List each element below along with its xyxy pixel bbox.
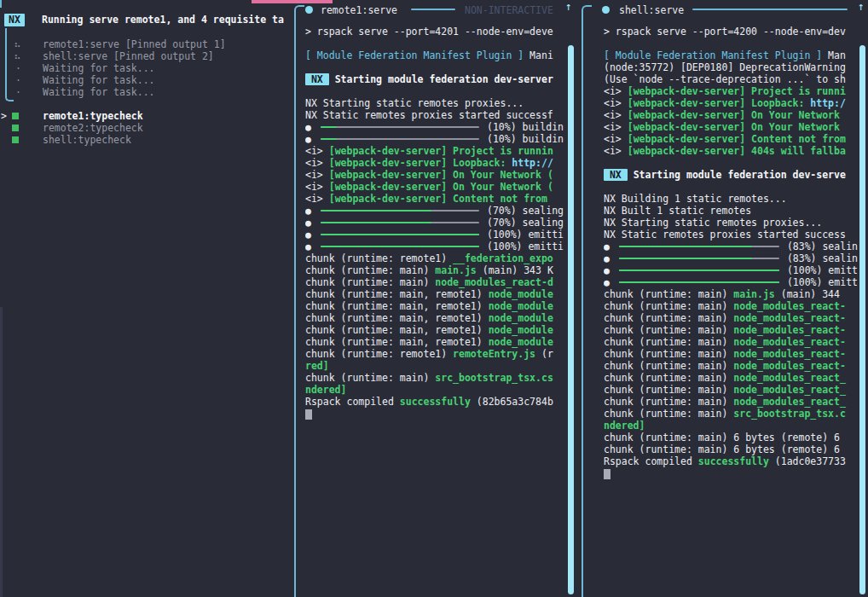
task-row[interactable]: ·Waiting for task... — [0, 62, 291, 74]
terminal-panel-remote1[interactable]: remote1:serve NON-INTERACTIVE > rspack s… — [294, 0, 576, 597]
progress-bar-fill — [619, 270, 779, 271]
terminal-line: ●(70%) sealing — [305, 217, 564, 229]
activity-indicator-bar — [252, 0, 333, 3]
terminal-line: chunk (runtime: main) src_bootstrap_tsx.… — [604, 408, 858, 420]
terminal-line: chunk (runtime: remote1) __federation_ex… — [305, 252, 564, 264]
terminal-line: NX Building 1 static remotes... — [604, 193, 858, 205]
terminal-line — [305, 85, 564, 97]
progress-label: (10%) buildin — [487, 121, 564, 133]
task-status-square-icon — [12, 113, 19, 119]
terminal-line: ●(100%) emitti — [305, 229, 564, 241]
terminal-panel-shell[interactable]: shell:serve > rspack serve --port=4200 -… — [582, 0, 868, 597]
terminal-line: chunk (runtime: main) src_bootstrap_tsx.… — [305, 372, 564, 384]
task-row[interactable]: remote2:typecheck — [0, 122, 291, 134]
scroll-up-icon[interactable]: ↑ — [565, 1, 572, 13]
progress-bar — [619, 258, 779, 259]
terminal-line: NX Starting module federation dev-server — [305, 73, 564, 85]
terminal-cursor — [604, 469, 610, 479]
progress-label: (10%) buildin — [487, 133, 564, 145]
terminal-line: chunk (runtime: main, remote1) node_modu… — [305, 312, 564, 324]
progress-label: (100%) emitti — [487, 229, 564, 241]
progress-bar-fill — [619, 281, 779, 283]
header-rule — [692, 9, 848, 10]
terminal-line: <i> [webpack-dev-server] On Your Network — [604, 109, 858, 121]
terminal-line: chunk (runtime: main) node_modules_react… — [604, 384, 858, 396]
terminal-line: ndered] — [305, 384, 564, 396]
panel-border — [582, 5, 592, 597]
terminal-line: <i> [webpack-dev-server] Loopback: http:… — [604, 97, 858, 109]
terminal-line — [305, 38, 564, 49]
scroll-up-icon[interactable]: ↑ — [858, 1, 865, 13]
task-label: shell:serve [Pinned output 2] — [43, 50, 214, 62]
left-scrollbar[interactable] — [0, 307, 3, 597]
tasks-panel[interactable]: NX Running serve remote1, and 4 requisit… — [0, 0, 291, 597]
progress-bar-fill — [321, 246, 479, 247]
terminal-line: Rspack compiled successfully (82b65a3c78… — [305, 396, 564, 408]
progress-label: (100%) emitt — [787, 276, 858, 288]
terminal-line: (node:35772) [DEP0180] DeprecationWarnin… — [604, 61, 858, 73]
task-status-square-icon — [12, 136, 19, 143]
terminal-line: chunk (runtime: main, remote1) node_modu… — [305, 324, 564, 336]
dot-icon: · — [15, 86, 21, 98]
terminal-line: (Use `node --trace-deprecation ...` to s… — [604, 73, 858, 85]
terminal-line: <i> [webpack-dev-server] 404s will fallb… — [604, 145, 858, 157]
progress-bullet-icon: ● — [604, 252, 610, 264]
task-row[interactable]: ·Waiting for task... — [0, 74, 291, 86]
progress-bullet-icon: ● — [305, 205, 311, 217]
selection-arrow: > — [1, 110, 7, 122]
progress-label: (100%) emitt — [787, 264, 858, 276]
terminal-line: <i> [webpack-dev-server] On Your Network — [604, 121, 858, 133]
terminal-line: NX Starting static remotes proxies... — [604, 217, 858, 229]
terminal-line: chunk (runtime: main) node_modules_react… — [604, 396, 858, 408]
terminal-line: <i> [webpack-dev-server] Project is runn… — [604, 85, 858, 97]
progress-bullet-icon: ● — [604, 264, 610, 276]
terminal-line: ●(70%) sealing — [305, 205, 564, 217]
terminal-line: ●(100%) emitt — [604, 264, 858, 276]
dot-icon: · — [15, 62, 21, 74]
pinned-task-list: ⠦remote1:serve [Pinned output 1]⠦shell:s… — [0, 38, 291, 98]
terminal-cursor — [305, 409, 312, 420]
terminal-line: <i> [webpack-dev-server] Content not fro… — [305, 193, 564, 205]
progress-bar — [321, 222, 479, 223]
terminal-line: NX Static remotes proxies started succes… — [305, 109, 564, 121]
terminal-line: chunk (runtime: main) 6 bytes (remote) 6 — [604, 432, 858, 443]
panel-edge-accent — [0, 0, 2, 8]
terminal-line: ●(83%) sealin — [604, 241, 858, 252]
scrollbar-thumb[interactable] — [859, 45, 865, 594]
progress-bar-fill — [321, 222, 431, 223]
progress-bullet-icon: ● — [604, 241, 610, 252]
terminal-line: chunk (runtime: main) node_modules_react… — [305, 276, 564, 288]
progress-bar — [321, 210, 479, 212]
task-row[interactable]: ⠦shell:serve [Pinned output 2] — [0, 50, 291, 62]
progress-bar-fill — [321, 234, 479, 235]
progress-bar — [321, 126, 479, 128]
task-row[interactable]: ·Waiting for task... — [0, 86, 291, 98]
terminal-line: chunk (runtime: main) main.js (main) 343… — [305, 264, 564, 276]
terminal-line: chunk (runtime: main) node_modules_react… — [604, 300, 858, 312]
task-row[interactable]: >remote1:typecheck — [0, 110, 291, 122]
task-row[interactable]: shell:typecheck — [0, 134, 291, 146]
scrollbar-thumb[interactable] — [568, 45, 574, 594]
progress-label: (70%) sealing — [487, 205, 564, 217]
terminal-line — [604, 38, 858, 49]
terminal-line: NX Built 1 static remotes — [604, 205, 858, 217]
terminal-line — [305, 61, 564, 73]
terminal-line: chunk (runtime: main) node_modules_react… — [604, 336, 858, 348]
terminal-line: ●(100%) emitt — [604, 276, 858, 288]
terminal-line: chunk (runtime: main) node_modules_react… — [604, 312, 858, 324]
terminal-line: [ Module Federation Manifest Plugin ] Ma… — [305, 49, 564, 61]
progress-bar — [619, 246, 779, 247]
spinner-icon: ⠦ — [14, 50, 20, 62]
header-rule — [411, 9, 455, 10]
progress-bar — [321, 138, 479, 140]
progress-bullet-icon: ● — [305, 229, 311, 241]
progress-bullet-icon: ● — [305, 133, 311, 145]
terminal-line: chunk (runtime: main) node_modules_react… — [604, 360, 858, 372]
progress-bullet-icon: ● — [305, 241, 311, 252]
task-label: Waiting for task... — [43, 74, 155, 86]
progress-bullet-icon: ● — [305, 121, 311, 133]
panel-title: shell:serve — [619, 3, 684, 17]
task-row[interactable]: ⠦remote1:serve [Pinned output 1] — [0, 38, 291, 50]
progress-bar-fill — [321, 138, 337, 140]
progress-bar — [321, 246, 479, 247]
